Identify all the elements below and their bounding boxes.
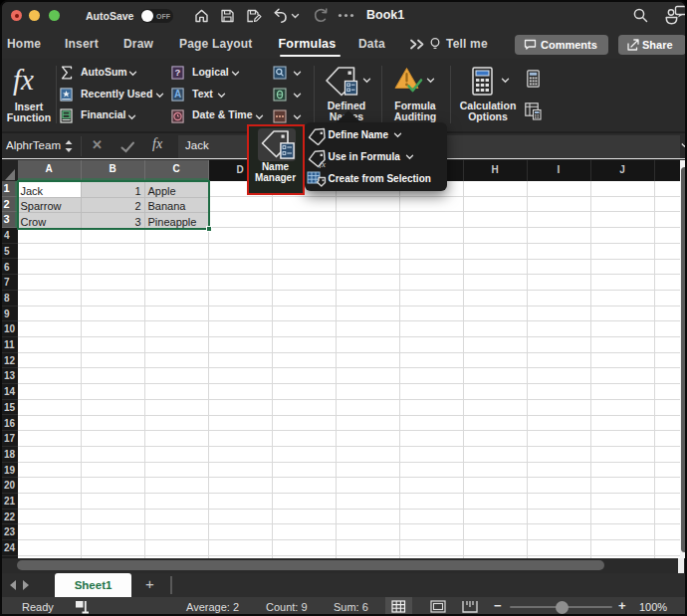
svg-text:fx: fx: [320, 158, 327, 168]
svg-text:A: A: [174, 89, 181, 100]
svg-text:?: ?: [175, 67, 181, 78]
